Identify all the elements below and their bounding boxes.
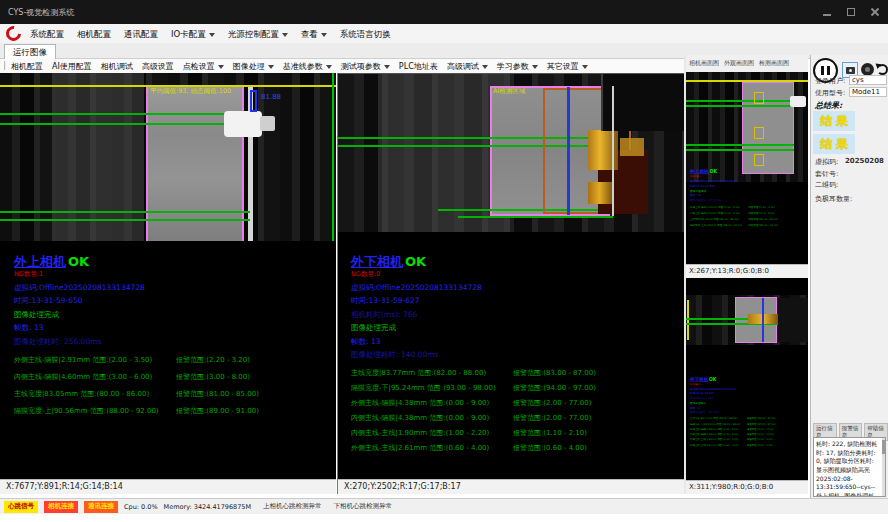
chevron-down-icon (209, 33, 215, 37)
barcode-line: 虚拟码:Offline20250208133134728 (14, 283, 336, 293)
ng-count: NG数量:1 (690, 175, 808, 178)
measurement-list: 外侧主线-隔膜|2.91mm 范围:(2.00 - 3.50)报警范围:(2.2… (690, 205, 808, 227)
toolbar-camera-config[interactable]: 相机配置 (11, 61, 43, 72)
chevron-down-icon (282, 33, 288, 37)
toolbar-ai-config[interactable]: AI使用配置 (52, 61, 92, 72)
measurement-text: 外侧主线-主线|2.61mm 范围:(0.60 - 4.00) (690, 443, 747, 447)
measurement-text: 内侧主线-主线|1.90mm 范围:(1.00 - 2.20) (351, 428, 513, 438)
camera-image-middle[interactable]: AI检测区域 (338, 73, 684, 232)
edge-highlight (612, 86, 614, 216)
toolbar-label: 高级设置 (142, 61, 174, 72)
toolbar-label: 相机配置 (11, 61, 43, 72)
alarm-range-text: 报警范围:(2.00 - 77.00) (747, 427, 808, 431)
camera-title: 外下相机 (351, 254, 403, 269)
window-controls (820, 6, 882, 18)
tab-run-image[interactable]: 运行图像 (4, 44, 56, 59)
green-edge-line (332, 73, 334, 241)
toolbar-image-process[interactable]: 图像处理 (233, 61, 274, 72)
model-field[interactable]: Mode11 (849, 87, 887, 97)
total-result-label: 总结果: (815, 100, 842, 111)
option-detection-image[interactable]: 检测画面图 (759, 59, 789, 68)
ng-count: NG数量:1 (14, 270, 336, 279)
app-window: CYS-视觉检测系统 系统配置 相机配置 通讯配置 IO卡配置 光源控制配置 查… (0, 0, 888, 522)
menu-item-light-config[interactable]: 光源控制配置 (228, 29, 288, 41)
alarm-range-text: 报警范围:(81.00 - 85.00) (748, 218, 808, 222)
defect-marker (754, 127, 764, 139)
connector-tip (260, 116, 275, 131)
menu-label: 光源控制配置 (228, 29, 279, 41)
measurement-row: 外侧主线-隔膜|2.91mm 范围:(2.00 - 3.50)报警范围:(2.2… (690, 205, 808, 209)
option-appearance-image[interactable]: 外观画面图 (724, 59, 754, 68)
toolbar-label: 点检设置 (183, 61, 215, 72)
toolbar-plc-address[interactable]: PLC地址表 (399, 61, 438, 72)
toolbar: 相机配置 AI使用配置 相机调试 高级设置 点检设置 图像处理 基准线参数 测试… (0, 59, 686, 73)
minimize-button[interactable] (820, 6, 834, 18)
alarm-range-text: 报警范围:(1.10 - 2.10) (747, 438, 808, 442)
alarm-range-text: 报警范围:(3.00 - 8.00) (176, 372, 336, 382)
menu-item-view[interactable]: 查看 (301, 29, 327, 41)
alarm-range-text: 报警范围:(89.00 - 91.00) (748, 224, 808, 228)
status-bar: 心跳信号 相机连接 通讯连接 Cpu: 0.0% Memory: 3424.41… (0, 498, 888, 514)
image-light-column (52, 73, 144, 241)
toolbar-other-settings[interactable]: 其它设置 (547, 61, 588, 72)
menu-label: 查看 (301, 29, 318, 41)
camera-title: 外上相机 (690, 169, 709, 174)
qrcode-label: 二维码: (815, 180, 838, 190)
measurement-text: 内侧主线-隔膜|4.60mm 范围:(3.00 - 6.00) (14, 372, 176, 382)
toolbar-learning-params[interactable]: 学习参数 (497, 61, 538, 72)
measurement-text: 外侧主线-主线|2.61mm 范围:(0.60 - 4.00) (351, 443, 513, 453)
measurement-text: 主线宽度|83.05mm 范围:(80.00 - 86.00) (690, 218, 748, 222)
close-button[interactable] (868, 6, 882, 18)
camera-lens-icon (849, 69, 852, 72)
green-guideline (458, 216, 613, 218)
needle-number-label: 套针号: (815, 169, 838, 179)
measurement-list: 外侧主线-隔膜|2.91mm 范围:(2.00 - 3.50)报警范围:(2.2… (14, 355, 336, 416)
menu-item-language[interactable]: 系统语言切换 (340, 29, 391, 41)
pixel-status-mini-top: X:267;Y:13;R:0;G:0;B:0 (686, 264, 808, 278)
measurement-row: 隔膜宽度-下|95.24mm 范围:(93.00 - 98.00)报警范围:(9… (351, 383, 683, 393)
menu-item-system-config[interactable]: 系统配置 (30, 29, 64, 41)
camera-view-left: 81.88 平均阈值:93, 动态阈值:100 外上相机OK NG数量:1 虚拟… (0, 73, 336, 494)
status-ok: OK (405, 254, 426, 269)
measurement-list: 主线宽度|83.77mm 范围:(82.00 - 88.00)报警范围:(83.… (690, 417, 808, 447)
measurement-text: 内侧主线-隔膜|4.60mm 范围:(3.00 - 6.00) (690, 211, 748, 215)
camera-image-left[interactable]: 81.88 平均阈值:93, 动态阈值:100 (0, 73, 336, 241)
log-output[interactable]: 耗时: 222, 缺陷检测耗时: 17, 缺陷分类耗时: 0, 缺陷提取分区耗时… (813, 437, 886, 497)
chevron-down-icon (268, 65, 274, 69)
measurement-text: 外侧主线-隔膜|4.38mm 范围:(0.00 - 9.00) (351, 398, 513, 408)
mini-camera-image-top[interactable] (686, 72, 808, 182)
toolbar-test-params[interactable]: 测试项参数 (341, 61, 390, 72)
chevron-down-icon (218, 65, 224, 69)
toolbar-camera-debug[interactable]: 相机调试 (101, 61, 133, 72)
ai-region-label: AI检测区域 (493, 87, 525, 96)
alarm-range-text: 报警范围:(2.00 - 77.00) (513, 413, 683, 423)
barcode-line: 虚拟码:Offline20250208133134728 (690, 387, 808, 391)
measurement-row: 外侧主线-隔膜|4.38mm 范围:(0.00 - 9.00)报警范围:(2.0… (690, 427, 808, 431)
ng-count: NG数量:0 (351, 270, 683, 279)
model-label: 使用型号: (815, 88, 845, 98)
maximize-icon (847, 8, 855, 16)
menu-item-comm-config[interactable]: 通讯配置 (124, 29, 158, 41)
log-scrollbar-thumb[interactable] (882, 440, 885, 454)
mini-camera-image-bottom[interactable] (686, 295, 808, 345)
process-time-line: 图像处理耗时: 140.00ms (351, 350, 683, 360)
connector-part (224, 111, 262, 137)
toolbar-advanced-debug[interactable]: 高级调试 (447, 61, 488, 72)
barcode-line: 虚拟码:Offline20250208133134728 (351, 283, 683, 293)
toolbar-advanced-settings[interactable]: 高级设置 (142, 61, 174, 72)
menu-item-camera-config[interactable]: 相机配置 (77, 29, 111, 41)
maximize-button[interactable] (844, 6, 858, 18)
menu-item-io-config[interactable]: IO卡配置 (171, 29, 215, 41)
alarm-range-text: 报警范围:(0.60 - 4.00) (747, 443, 808, 447)
toolbar-baseline-params[interactable]: 基准线参数 (283, 61, 332, 72)
tab-foil (620, 138, 644, 156)
option-camera-image[interactable]: 相机画面图 (689, 59, 719, 68)
login-user-field[interactable]: cys (849, 75, 887, 85)
menu-label: 相机配置 (77, 29, 111, 41)
ng-count: NG数量:0 (690, 383, 808, 386)
measurement-text: 隔膜宽度-下|95.24mm 范围:(93.00 - 98.00) (351, 383, 513, 393)
result-box-2: 结 果 (813, 134, 855, 154)
status-ok: OK (709, 377, 716, 382)
green-guideline (0, 211, 250, 213)
toolbar-spot-check[interactable]: 点检设置 (183, 61, 224, 72)
